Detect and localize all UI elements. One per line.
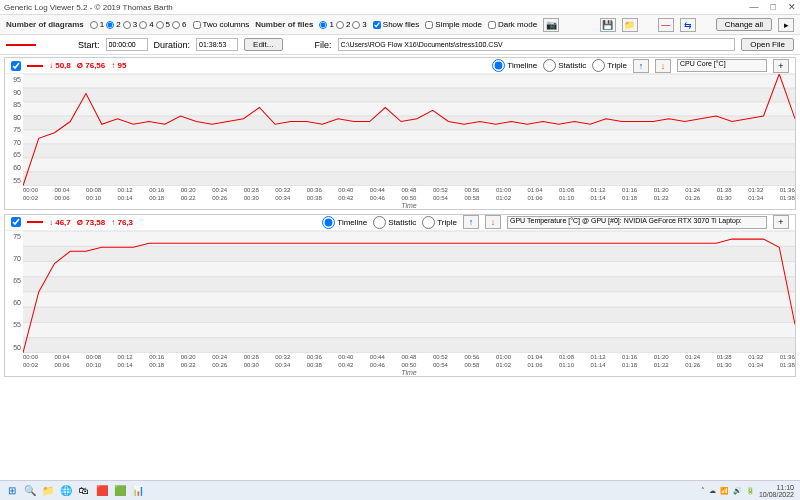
up-arrow-icon[interactable]: ↑ <box>633 59 649 73</box>
titlebar: Generic Log Viewer 5.2 - © 2019 Thomas B… <box>0 0 800 15</box>
diag-opt-1[interactable] <box>90 21 98 29</box>
diag-opt-3[interactable] <box>123 21 131 29</box>
stat-low: ↓ 46,7 <box>49 218 71 227</box>
up-arrow-icon[interactable]: ↑ <box>463 215 479 229</box>
app-icon[interactable]: 🟩 <box>114 485 126 497</box>
down-arrow-icon[interactable]: ↓ <box>655 59 671 73</box>
plus-icon[interactable]: + <box>773 59 789 73</box>
file-label: File: <box>315 40 332 50</box>
save-icon[interactable]: 💾 <box>600 18 616 32</box>
change-all-button[interactable]: Change all <box>716 18 772 31</box>
search-icon[interactable]: 🔍 <box>24 485 36 497</box>
files-radio-group: 1 2 3 <box>319 20 366 29</box>
maximize-icon[interactable]: □ <box>771 2 776 12</box>
view-timeline-radio[interactable] <box>322 216 335 229</box>
folder-icon[interactable]: 📁 <box>622 18 638 32</box>
files-opt-2[interactable] <box>336 21 344 29</box>
svg-rect-17 <box>23 231 795 246</box>
svg-rect-7 <box>23 172 795 186</box>
svg-rect-20 <box>23 276 795 291</box>
zoom-reset-icon[interactable]: ⇆ <box>680 18 696 32</box>
series-enable-check[interactable] <box>11 217 21 227</box>
files-opt-1[interactable] <box>319 21 327 29</box>
taskbar[interactable]: ⊞ 🔍 📁 🌐 🛍 🟥 🟩 📊 ˄ ☁ 📶 🔊 🔋 11:10 10/08/20… <box>0 480 800 500</box>
view-timeline-radio[interactable] <box>492 59 505 72</box>
explorer-icon[interactable]: 📁 <box>42 485 54 497</box>
app-icon[interactable]: 📊 <box>132 485 144 497</box>
xaxis-gpu: 00:0000:0400:0800:1200:1600:2000:2400:28… <box>23 353 795 376</box>
svg-rect-1 <box>23 88 795 102</box>
edit-button[interactable]: Edit... <box>244 38 282 51</box>
down-arrow-icon[interactable]: ↓ <box>485 215 501 229</box>
cloud-icon[interactable]: ☁ <box>709 487 716 495</box>
start-input[interactable] <box>106 38 148 51</box>
close-icon[interactable]: ✕ <box>788 2 796 12</box>
view-statistic-radio[interactable] <box>543 59 556 72</box>
svg-rect-23 <box>23 322 795 337</box>
svg-rect-5 <box>23 144 795 158</box>
series-color-swatch[interactable] <box>6 44 36 46</box>
diag-opt-4[interactable] <box>139 21 147 29</box>
view-statistic-radio[interactable] <box>373 216 386 229</box>
svg-rect-18 <box>23 246 795 261</box>
minimize-icon[interactable]: — <box>750 2 759 12</box>
svg-rect-19 <box>23 261 795 276</box>
show-files-check[interactable] <box>373 21 381 29</box>
windows-start-icon[interactable]: ⊞ <box>6 485 18 497</box>
main-toolbar: Number of diagrams 1 2 3 4 5 6 Two colum… <box>0 15 800 35</box>
view-triple-radio[interactable] <box>592 59 605 72</box>
dark-mode-check[interactable] <box>488 21 496 29</box>
battery-icon[interactable]: 🔋 <box>746 487 755 495</box>
plot-cpu[interactable] <box>23 74 795 186</box>
svg-rect-22 <box>23 307 795 322</box>
svg-rect-21 <box>23 292 795 307</box>
yaxis-cpu: 959085807570656055 <box>5 74 23 186</box>
diagrams-label: Number of diagrams <box>6 20 84 29</box>
yaxis-gpu: 757065605550 <box>5 231 23 353</box>
xaxis-cpu: 00:0000:0400:0800:1200:1600:2000:2400:28… <box>23 186 795 209</box>
clock-time[interactable]: 11:10 <box>759 484 794 491</box>
metric-select[interactable]: GPU Temperature [°C] @ GPU [#0]: NVIDIA … <box>507 216 767 229</box>
plot-gpu[interactable] <box>23 231 795 353</box>
svg-rect-6 <box>23 158 795 172</box>
svg-rect-0 <box>23 74 795 88</box>
zoom-out-icon[interactable]: — <box>658 18 674 32</box>
app-icon[interactable]: 🟥 <box>96 485 108 497</box>
clock-date[interactable]: 10/08/2022 <box>759 491 794 498</box>
stat-avg: Ø 76,56 <box>77 61 105 70</box>
file-row: Start: Duration: Edit... File: Open File <box>0 35 800 55</box>
diag-opt-5[interactable] <box>156 21 164 29</box>
two-columns-check[interactable] <box>193 21 201 29</box>
files-label: Number of files <box>255 20 313 29</box>
settings-arrow-icon[interactable]: ▸ <box>778 18 794 32</box>
diagrams-radio-group: 1 2 3 4 5 6 <box>90 20 187 29</box>
files-opt-3[interactable] <box>352 21 360 29</box>
duration-input[interactable] <box>196 38 238 51</box>
chart-header-cpu: ↓ 50,8 Ø 76,56 ↑ 95 Timeline Statistic T… <box>5 58 795 74</box>
stat-high: ↑ 95 <box>111 61 126 70</box>
plus-icon[interactable]: + <box>773 215 789 229</box>
open-file-button[interactable]: Open File <box>741 38 794 51</box>
system-tray[interactable]: ˄ ☁ 📶 🔊 🔋 11:10 10/08/2022 <box>701 484 794 498</box>
window-controls: — □ ✕ <box>750 2 796 12</box>
svg-rect-4 <box>23 130 795 144</box>
simple-mode-check[interactable] <box>425 21 433 29</box>
wifi-icon[interactable]: 📶 <box>720 487 729 495</box>
tray-chevron-icon[interactable]: ˄ <box>701 487 705 495</box>
view-triple-radio[interactable] <box>422 216 435 229</box>
edge-icon[interactable]: 🌐 <box>60 485 72 497</box>
store-icon[interactable]: 🛍 <box>78 485 90 497</box>
volume-icon[interactable]: 🔊 <box>733 487 742 495</box>
metric-select[interactable]: CPU Core [°C] <box>677 59 767 72</box>
diag-opt-2[interactable] <box>106 21 114 29</box>
chart-box-cpu: ↓ 50,8 Ø 76,56 ↑ 95 Timeline Statistic T… <box>4 57 796 210</box>
camera-icon[interactable]: 📷 <box>543 18 559 32</box>
legend-swatch <box>27 65 43 67</box>
window-title: Generic Log Viewer 5.2 - © 2019 Thomas B… <box>4 3 750 12</box>
stat-low: ↓ 50,8 <box>49 61 71 70</box>
duration-label: Duration: <box>154 40 191 50</box>
diag-opt-6[interactable] <box>172 21 180 29</box>
file-path-input[interactable] <box>338 38 736 51</box>
stat-high: ↑ 76,3 <box>111 218 133 227</box>
series-enable-check[interactable] <box>11 61 21 71</box>
